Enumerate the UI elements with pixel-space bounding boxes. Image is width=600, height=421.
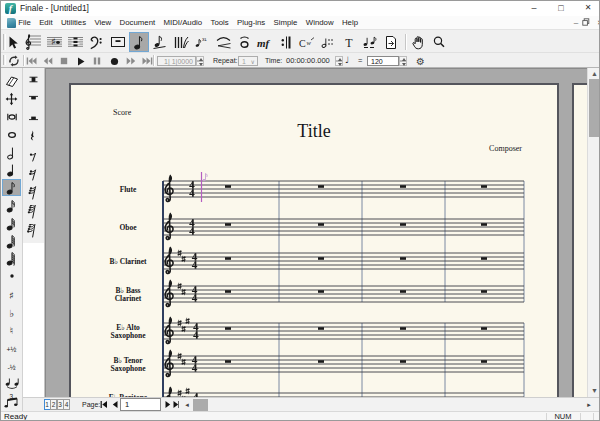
time-signature-tool[interactable] [66,32,86,52]
maximize-button[interactable]: □ [548,1,574,16]
palette-sixtyfourth-rest[interactable] [24,204,43,221]
staff-tool[interactable] [24,32,44,52]
text-tool[interactable]: T [339,32,359,52]
menu-plug-ins[interactable]: Plug-ins [233,16,270,30]
palette-natural[interactable]: ♮ [2,321,21,338]
menu-edit[interactable]: Edit [35,16,57,30]
rest-breve-icon [27,72,40,87]
simple-entry-tool[interactable] [129,32,149,52]
scroll-down-arrow[interactable]: ▼ [588,387,600,394]
stop-button[interactable] [57,55,72,67]
horizontal-scrollbar[interactable]: ◂ ▸ [179,398,600,412]
view-tab-4[interactable]: 4 [63,399,70,410]
playback-settings-button[interactable]: ⚙ [413,55,428,67]
scroll-up-arrow[interactable]: ▲ [588,70,600,77]
palette-sixteenth-rest[interactable] [24,166,43,183]
tempo-field[interactable]: 120 [367,56,399,66]
scroll-right-arrow[interactable]: ▸ [585,399,593,410]
palette-half-note[interactable] [2,144,21,161]
palette-onehundredtwentyeighth-rest[interactable] [24,223,43,240]
beat-spinner[interactable] [335,56,343,66]
palette-eighth-note[interactable] [2,179,21,196]
menu-tools[interactable]: Tools [206,16,233,30]
tempo-spinner[interactable] [399,56,407,66]
mdi-close-button[interactable]: ✕ [594,18,600,29]
smart-shape-tool[interactable] [213,32,233,52]
palette-sixteenth-note[interactable] [2,197,21,214]
clef-tool[interactable] [87,32,107,52]
repeat-tool[interactable] [276,32,296,52]
palette-flat[interactable]: ♭ [2,303,21,320]
repeat-select[interactable]: 1∨ [238,56,258,66]
rewind-button[interactable] [40,55,55,67]
playback-counter-field[interactable]: 1| 1|0000 [157,56,196,66]
palette-tuplet[interactable]: 3 [2,392,21,409]
key-signature-tool[interactable]: ♯ [45,32,65,52]
lyrics-tool[interactable] [360,32,380,52]
tuplet-tool[interactable]: ³¹ [192,32,212,52]
palette-onehundredtwentyeighth-note[interactable] [2,250,21,267]
counter-spinner[interactable] [196,56,204,66]
chord-tool[interactable]: Cw [297,32,317,52]
record-button[interactable] [107,55,122,67]
menu-window[interactable]: Window [302,16,338,30]
note-mover-tool[interactable] [318,32,338,52]
score-view[interactable]: Score Title Composer FluteOboeB♭ Clarine… [45,68,587,397]
play-button[interactable] [73,55,88,67]
palette-breve-note[interactable] [2,108,21,125]
selection-tool[interactable] [3,32,23,52]
vertical-scrollbar[interactable]: ▲ ▼ [587,68,600,397]
mdi-restore-button[interactable] [582,18,594,29]
dot-icon [8,272,16,280]
measure-tool[interactable] [108,32,128,52]
hand-grabber-tool[interactable] [408,32,428,52]
palette-sixtyfourth-note[interactable] [2,232,21,249]
close-button[interactable]: ✕ [575,1,600,16]
previous-page-button[interactable] [111,399,119,410]
zoom-tool[interactable] [429,32,449,52]
menu-simple[interactable]: Simple [269,16,301,30]
palette-lower-half-step[interactable]: -½ [2,356,21,373]
palette-whole-rest[interactable] [24,90,43,107]
menu-document[interactable]: Document [115,16,159,30]
tempo-note-icon: ♩ [345,55,349,66]
vertical-scroll-thumb[interactable] [589,79,600,137]
page-layout-tool[interactable] [381,32,401,52]
rewind-to-start-button[interactable] [24,55,39,67]
palette-whole-note[interactable] [2,126,21,143]
palette-quarter-note[interactable] [2,161,21,178]
horizontal-scroll-thumb[interactable] [193,399,208,411]
status-message: Ready [4,412,27,421]
menu-help[interactable]: Help [338,16,362,30]
hyperscribe-tool[interactable] [171,32,191,52]
scroll-left-arrow[interactable]: ◂ [183,399,191,410]
menu-utilities[interactable]: Utilities [57,16,91,30]
palette-augmentation-dot[interactable] [2,268,21,285]
articulation-tool[interactable] [234,32,254,52]
palette-half-rest[interactable] [24,109,43,126]
palette-caret-move-tool[interactable] [2,91,21,108]
menu-view[interactable]: View [90,16,115,30]
expression-tool[interactable]: mf [255,32,275,52]
first-page-button[interactable] [100,399,109,410]
menu-midi-audio[interactable]: MIDI/Audio [159,16,206,30]
pause-button[interactable] [90,55,105,67]
palette-eighth-rest[interactable] [24,147,43,164]
forward-button[interactable] [123,55,138,67]
mdi-minimize-button[interactable]: – [570,18,582,29]
palette-breve-rest[interactable] [24,71,43,88]
palette-raise-half-step[interactable]: +½ [2,338,21,355]
palette-tie[interactable] [2,374,21,391]
speedy-entry-tool[interactable] [150,32,170,52]
note-3f-icon [5,216,18,231]
page-number-field[interactable]: 1 [120,398,161,411]
repeat-label: Repeat: [213,55,238,66]
palette-thirtysecond-rest[interactable] [24,185,43,202]
menu-file[interactable]: File [14,16,35,30]
palette-quarter-rest[interactable] [24,128,43,145]
palette-thirtysecond-note[interactable] [2,215,21,232]
playback-loop-button[interactable] [6,55,21,67]
palette-sharp[interactable]: ♯ [2,285,21,302]
palette-eraser-tool[interactable] [2,73,21,90]
minimize-button[interactable]: – [521,1,547,16]
